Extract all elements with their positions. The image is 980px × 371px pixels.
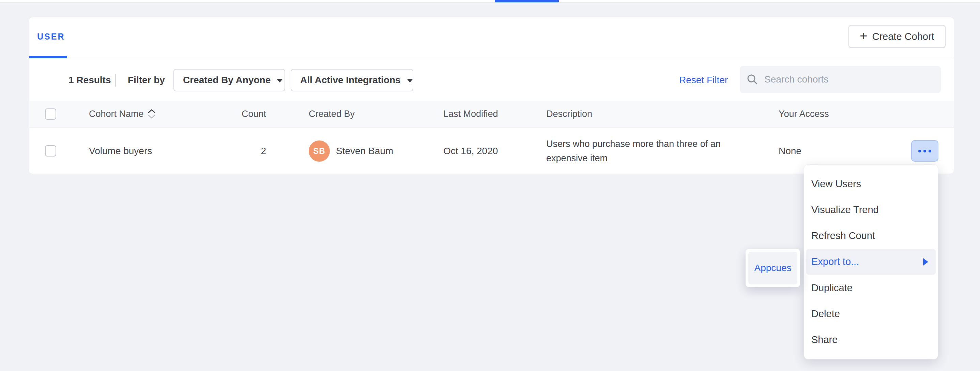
description-line-1: Users who purchase more than three of an xyxy=(546,137,721,151)
dot-icon xyxy=(929,150,931,153)
header-cohort-name-label: Cohort Name xyxy=(89,109,144,119)
select-all-checkbox[interactable] xyxy=(45,108,56,120)
table-header: Cohort Name Count Created By Last Modifi… xyxy=(29,101,954,127)
menu-item-refresh-count[interactable]: Refresh Count xyxy=(804,223,938,249)
avatar: SB xyxy=(309,140,330,162)
search-box[interactable] xyxy=(740,66,941,93)
results-count: 1 Results xyxy=(68,59,111,101)
menu-item-visualize-trend[interactable]: Visualize Trend xyxy=(804,197,938,223)
created-by-dropdown-label: Created By Anyone xyxy=(183,75,270,86)
header-last-modified: Last Modified xyxy=(443,101,498,127)
header-created-by: Created By xyxy=(309,101,355,127)
tab-active-underline xyxy=(29,56,67,58)
cohort-name-link[interactable]: Volume buyers xyxy=(89,128,152,174)
tabs-row: USER + Create Cohort xyxy=(29,18,954,58)
submenu-arrow-icon xyxy=(923,258,928,266)
row-actions-button[interactable] xyxy=(911,140,939,162)
header-your-access: Your Access xyxy=(779,101,829,127)
create-cohort-label: Create Cohort xyxy=(872,31,934,42)
filter-by-label: Filter by xyxy=(128,59,165,101)
cohorts-card: USER + Create Cohort 1 Results Filter by… xyxy=(29,17,954,173)
filter-row: 1 Results Filter by Created By Anyone Al… xyxy=(29,59,954,101)
header-description: Description xyxy=(546,101,592,127)
create-cohort-button[interactable]: + Create Cohort xyxy=(848,25,946,48)
header-checkbox-cell xyxy=(45,101,56,127)
menu-item-delete[interactable]: Delete xyxy=(804,301,938,327)
chevron-down-icon xyxy=(407,79,413,83)
row-checkbox[interactable] xyxy=(45,145,56,156)
header-cohort-name[interactable]: Cohort Name xyxy=(89,101,156,127)
description-line-2: expensive item xyxy=(546,151,721,166)
menu-item-export-to[interactable]: Export to... xyxy=(806,249,936,275)
integrations-dropdown[interactable]: All Active Integrations xyxy=(291,69,413,91)
cohort-count: 2 xyxy=(198,128,266,174)
search-input[interactable] xyxy=(764,74,934,85)
description-cell: Users who purchase more than three of an… xyxy=(546,128,721,174)
header-count: Count xyxy=(198,101,266,127)
row-actions-menu: View Users Visualize Trend Refresh Count… xyxy=(804,164,938,360)
search-icon xyxy=(746,74,758,85)
export-submenu: Appcues xyxy=(746,249,800,287)
cohorts-page: USER + Create Cohort 1 Results Filter by… xyxy=(0,0,980,371)
created-by-dropdown[interactable]: Created By Anyone xyxy=(173,69,285,91)
created-by-name: Steven Baum xyxy=(336,146,393,156)
your-access-cell: None xyxy=(779,128,802,174)
menu-item-duplicate[interactable]: Duplicate xyxy=(804,275,938,301)
dot-icon xyxy=(918,150,921,153)
integrations-dropdown-label: All Active Integrations xyxy=(300,75,401,86)
reset-filter-link[interactable]: Reset Filter xyxy=(679,59,728,101)
menu-item-export-to-label: Export to... xyxy=(811,256,859,268)
submenu-item-appcues[interactable]: Appcues xyxy=(748,252,797,284)
sort-icon[interactable] xyxy=(147,108,156,120)
tab-user[interactable]: USER xyxy=(37,32,65,41)
row-checkbox-cell xyxy=(45,128,56,174)
top-nav-strip xyxy=(0,0,980,3)
dot-icon xyxy=(923,150,926,153)
last-modified-cell: Oct 16, 2020 xyxy=(443,128,498,174)
plus-icon: + xyxy=(860,29,867,42)
menu-item-view-users[interactable]: View Users xyxy=(804,171,938,197)
active-nav-tab-indicator[interactable] xyxy=(495,0,559,2)
menu-item-share[interactable]: Share xyxy=(804,327,938,353)
chevron-down-icon xyxy=(277,79,283,83)
created-by-cell: SB Steven Baum xyxy=(309,128,393,174)
filter-separator xyxy=(115,74,116,87)
